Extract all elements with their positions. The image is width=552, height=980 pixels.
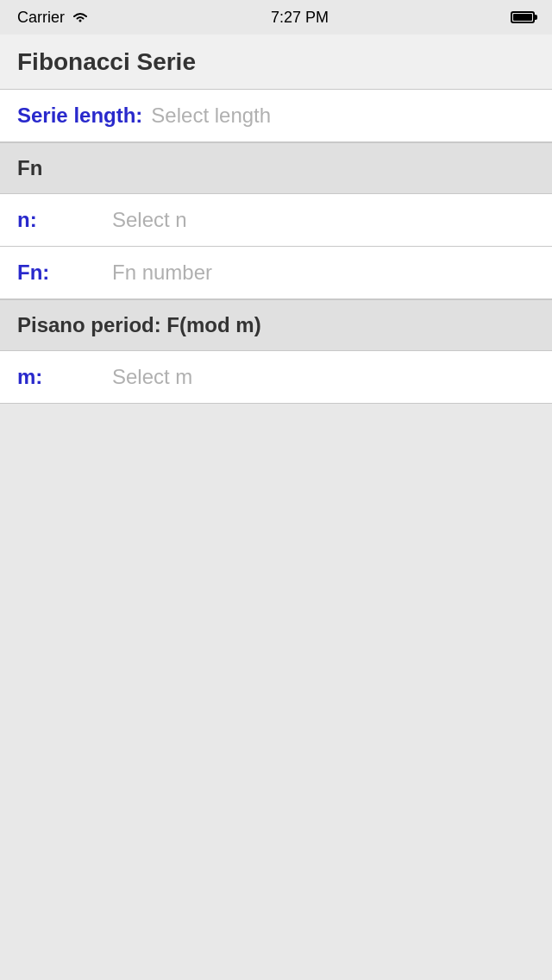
status-time: 7:27 PM: [271, 9, 329, 27]
fn-label: Fn:: [17, 261, 104, 285]
serie-length-value: Select length: [151, 104, 271, 128]
battery-icon: [511, 11, 535, 23]
n-value: Select n: [112, 208, 187, 232]
status-left: Carrier: [17, 9, 89, 27]
bottom-empty-area: [0, 404, 552, 980]
nav-title: Fibonacci Serie: [0, 35, 552, 90]
m-label: m:: [17, 365, 104, 389]
serie-length-label: Serie length:: [17, 104, 142, 128]
status-bar: Carrier 7:27 PM: [0, 0, 552, 35]
m-value: Select m: [112, 365, 192, 389]
fn-value: Fn number: [112, 261, 212, 285]
n-row[interactable]: n: Select n: [0, 194, 552, 247]
m-row[interactable]: m: Select m: [0, 351, 552, 404]
pisano-section-header: Pisano period: F(mod m): [0, 299, 552, 351]
fn-row[interactable]: Fn: Fn number: [0, 247, 552, 299]
carrier-label: Carrier: [17, 9, 65, 27]
fn-section-header: Fn: [0, 142, 552, 194]
pisano-header-text: Pisano period: F(mod m): [17, 313, 261, 337]
status-right: [511, 11, 535, 23]
fn-header-text: Fn: [17, 156, 42, 180]
wifi-icon: [72, 10, 89, 24]
app-title: Fibonacci Serie: [17, 48, 196, 76]
n-label: n:: [17, 208, 104, 232]
serie-length-row[interactable]: Serie length: Select length: [0, 90, 552, 142]
